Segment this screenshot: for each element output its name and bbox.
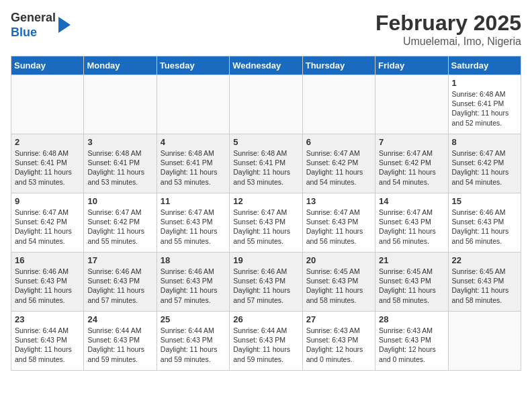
calendar-cell: 24Sunrise: 6:44 AM Sunset: 6:43 PM Dayli… bbox=[84, 312, 157, 371]
day-info: Sunrise: 6:44 AM Sunset: 6:43 PM Dayligh… bbox=[15, 326, 80, 364]
calendar-header-row: SundayMondayTuesdayWednesdayThursdayFrid… bbox=[11, 56, 521, 75]
day-number: 2 bbox=[15, 137, 80, 147]
calendar-cell: 26Sunrise: 6:44 AM Sunset: 6:43 PM Dayli… bbox=[230, 312, 302, 371]
logo-general: General bbox=[11, 11, 56, 24]
day-number: 19 bbox=[233, 255, 298, 265]
day-header-thursday: Thursday bbox=[302, 56, 375, 75]
calendar-cell: 13Sunrise: 6:47 AM Sunset: 6:43 PM Dayli… bbox=[302, 193, 375, 253]
calendar-cell: 21Sunrise: 6:45 AM Sunset: 6:43 PM Dayli… bbox=[375, 253, 448, 312]
day-info: Sunrise: 6:47 AM Sunset: 6:42 PM Dayligh… bbox=[306, 148, 371, 187]
day-info: Sunrise: 6:47 AM Sunset: 6:43 PM Dayligh… bbox=[379, 208, 444, 246]
day-info: Sunrise: 6:47 AM Sunset: 6:42 PM Dayligh… bbox=[87, 208, 152, 246]
day-info: Sunrise: 6:45 AM Sunset: 6:43 PM Dayligh… bbox=[379, 267, 444, 305]
day-number: 10 bbox=[87, 196, 152, 206]
day-info: Sunrise: 6:46 AM Sunset: 6:43 PM Dayligh… bbox=[452, 208, 517, 246]
day-info: Sunrise: 6:47 AM Sunset: 6:42 PM Dayligh… bbox=[379, 148, 444, 187]
calendar-cell: 17Sunrise: 6:46 AM Sunset: 6:43 PM Dayli… bbox=[84, 253, 157, 312]
calendar-cell bbox=[302, 75, 375, 134]
day-number: 20 bbox=[306, 255, 371, 265]
calendar-cell: 1Sunrise: 6:48 AM Sunset: 6:41 PM Daylig… bbox=[448, 75, 521, 134]
day-info: Sunrise: 6:45 AM Sunset: 6:43 PM Dayligh… bbox=[452, 267, 517, 305]
day-header-wednesday: Wednesday bbox=[230, 56, 302, 75]
calendar-cell bbox=[230, 75, 302, 134]
calendar-week-3: 9Sunrise: 6:47 AM Sunset: 6:42 PM Daylig… bbox=[11, 193, 521, 253]
calendar-cell bbox=[448, 312, 521, 371]
calendar-cell: 18Sunrise: 6:46 AM Sunset: 6:43 PM Dayli… bbox=[157, 253, 229, 312]
calendar-cell: 27Sunrise: 6:43 AM Sunset: 6:43 PM Dayli… bbox=[302, 312, 375, 371]
day-info: Sunrise: 6:47 AM Sunset: 6:42 PM Dayligh… bbox=[452, 148, 517, 187]
calendar-cell: 25Sunrise: 6:44 AM Sunset: 6:43 PM Dayli… bbox=[157, 312, 229, 371]
calendar-cell: 3Sunrise: 6:48 AM Sunset: 6:41 PM Daylig… bbox=[84, 134, 157, 193]
day-number: 17 bbox=[87, 255, 152, 265]
day-number: 9 bbox=[15, 196, 80, 206]
day-info: Sunrise: 6:43 AM Sunset: 6:43 PM Dayligh… bbox=[379, 326, 444, 364]
calendar-cell: 14Sunrise: 6:47 AM Sunset: 6:43 PM Dayli… bbox=[375, 193, 448, 253]
calendar-cell: 22Sunrise: 6:45 AM Sunset: 6:43 PM Dayli… bbox=[448, 253, 521, 312]
day-header-tuesday: Tuesday bbox=[157, 56, 229, 75]
day-info: Sunrise: 6:46 AM Sunset: 6:43 PM Dayligh… bbox=[233, 267, 298, 305]
calendar-cell: 16Sunrise: 6:46 AM Sunset: 6:43 PM Dayli… bbox=[11, 253, 84, 312]
day-number: 23 bbox=[15, 314, 80, 324]
calendar-cell bbox=[157, 75, 229, 134]
day-number: 28 bbox=[379, 314, 444, 324]
calendar-week-2: 2Sunrise: 6:48 AM Sunset: 6:41 PM Daylig… bbox=[11, 134, 521, 193]
calendar-cell bbox=[375, 75, 448, 134]
calendar-cell: 20Sunrise: 6:45 AM Sunset: 6:43 PM Dayli… bbox=[302, 253, 375, 312]
day-info: Sunrise: 6:48 AM Sunset: 6:41 PM Dayligh… bbox=[233, 148, 298, 187]
day-info: Sunrise: 6:48 AM Sunset: 6:41 PM Dayligh… bbox=[87, 148, 152, 187]
day-number: 26 bbox=[233, 314, 298, 324]
day-info: Sunrise: 6:48 AM Sunset: 6:41 PM Dayligh… bbox=[15, 148, 80, 187]
day-number: 18 bbox=[161, 255, 226, 265]
calendar-cell: 4Sunrise: 6:48 AM Sunset: 6:41 PM Daylig… bbox=[157, 134, 229, 193]
day-info: Sunrise: 6:43 AM Sunset: 6:43 PM Dayligh… bbox=[306, 326, 371, 364]
day-number: 3 bbox=[87, 137, 152, 147]
calendar-cell: 9Sunrise: 6:47 AM Sunset: 6:42 PM Daylig… bbox=[11, 193, 84, 253]
day-info: Sunrise: 6:47 AM Sunset: 6:43 PM Dayligh… bbox=[306, 208, 371, 246]
day-number: 25 bbox=[161, 314, 226, 324]
calendar-table: SundayMondayTuesdayWednesdayThursdayFrid… bbox=[11, 56, 521, 371]
calendar-cell: 28Sunrise: 6:43 AM Sunset: 6:43 PM Dayli… bbox=[375, 312, 448, 371]
calendar-cell: 23Sunrise: 6:44 AM Sunset: 6:43 PM Dayli… bbox=[11, 312, 84, 371]
calendar-cell: 19Sunrise: 6:46 AM Sunset: 6:43 PM Dayli… bbox=[230, 253, 302, 312]
day-info: Sunrise: 6:47 AM Sunset: 6:43 PM Dayligh… bbox=[161, 208, 226, 246]
day-number: 12 bbox=[233, 196, 298, 206]
day-info: Sunrise: 6:46 AM Sunset: 6:43 PM Dayligh… bbox=[87, 267, 152, 305]
day-number: 14 bbox=[379, 196, 444, 206]
day-number: 7 bbox=[379, 137, 444, 147]
day-number: 16 bbox=[15, 255, 80, 265]
page-subtitle: Umuelemai, Imo, Nigeria bbox=[375, 36, 521, 48]
day-number: 13 bbox=[306, 196, 371, 206]
day-info: Sunrise: 6:45 AM Sunset: 6:43 PM Dayligh… bbox=[306, 267, 371, 305]
logo-text: General Blue bbox=[11, 11, 56, 40]
day-number: 6 bbox=[306, 137, 371, 147]
calendar-cell: 15Sunrise: 6:46 AM Sunset: 6:43 PM Dayli… bbox=[448, 193, 521, 253]
logo-blue: Blue bbox=[11, 26, 37, 39]
calendar-cell: 5Sunrise: 6:48 AM Sunset: 6:41 PM Daylig… bbox=[230, 134, 302, 193]
day-info: Sunrise: 6:46 AM Sunset: 6:43 PM Dayligh… bbox=[161, 267, 226, 305]
calendar-cell: 6Sunrise: 6:47 AM Sunset: 6:42 PM Daylig… bbox=[302, 134, 375, 193]
day-header-monday: Monday bbox=[84, 56, 157, 75]
day-number: 22 bbox=[452, 255, 517, 265]
day-number: 21 bbox=[379, 255, 444, 265]
day-header-friday: Friday bbox=[375, 56, 448, 75]
page-title: February 2025 bbox=[375, 11, 521, 36]
calendar-cell: 7Sunrise: 6:47 AM Sunset: 6:42 PM Daylig… bbox=[375, 134, 448, 193]
day-header-saturday: Saturday bbox=[448, 56, 521, 75]
day-info: Sunrise: 6:44 AM Sunset: 6:43 PM Dayligh… bbox=[161, 326, 226, 364]
calendar-week-4: 16Sunrise: 6:46 AM Sunset: 6:43 PM Dayli… bbox=[11, 253, 521, 312]
page-header: General Blue February 2025 Umuelemai, Im… bbox=[11, 11, 521, 48]
day-number: 5 bbox=[233, 137, 298, 147]
calendar-week-5: 23Sunrise: 6:44 AM Sunset: 6:43 PM Dayli… bbox=[11, 312, 521, 371]
day-number: 11 bbox=[161, 196, 226, 206]
day-header-sunday: Sunday bbox=[11, 56, 84, 75]
day-info: Sunrise: 6:48 AM Sunset: 6:41 PM Dayligh… bbox=[161, 148, 226, 187]
logo-arrow-icon bbox=[58, 17, 71, 33]
calendar-cell bbox=[84, 75, 157, 134]
day-info: Sunrise: 6:46 AM Sunset: 6:43 PM Dayligh… bbox=[15, 267, 80, 305]
logo: General Blue bbox=[11, 11, 71, 40]
day-number: 8 bbox=[452, 137, 517, 147]
day-info: Sunrise: 6:44 AM Sunset: 6:43 PM Dayligh… bbox=[87, 326, 152, 364]
day-number: 15 bbox=[452, 196, 517, 206]
calendar-cell: 11Sunrise: 6:47 AM Sunset: 6:43 PM Dayli… bbox=[157, 193, 229, 253]
day-info: Sunrise: 6:44 AM Sunset: 6:43 PM Dayligh… bbox=[233, 326, 298, 364]
